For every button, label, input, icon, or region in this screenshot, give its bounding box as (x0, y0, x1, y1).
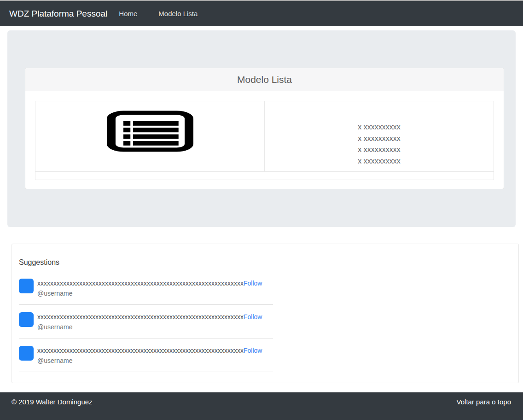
avatar (19, 346, 34, 361)
list-item: xxxxxxxxxxxxxxxxxxxxxxxxxxxxxxxxxxxxxxxx… (19, 338, 273, 372)
suggestions-column: Suggestions xxxxxxxxxxxxxxxxxxxxxxxxxxxx… (19, 258, 273, 372)
placeholder-line: x xxxxxxxxxx (265, 144, 494, 156)
list-ticket-icon (106, 146, 194, 153)
suggestion-body: xxxxxxxxxxxxxxxxxxxxxxxxxxxxxxxxxxxxxxxx… (37, 346, 262, 365)
copyright-text: © 2019 Walter Dominguez (12, 398, 93, 420)
suggestion-name: xxxxxxxxxxxxxxxxxxxxxxxxxxxxxxxxxxxxxxxx… (37, 280, 244, 287)
icon-cell (35, 101, 265, 172)
navbar-brand[interactable]: WDZ Plataforma Pessoal (9, 9, 107, 19)
placeholder-line: x xxxxxxxxxx (265, 156, 494, 167)
list-item: xxxxxxxxxxxxxxxxxxxxxxxxxxxxxxxxxxxxxxxx… (19, 271, 273, 305)
placeholder-line: x xxxxxxxxxx (265, 133, 494, 145)
follow-link[interactable]: Follow (244, 347, 262, 354)
suggestion-name: xxxxxxxxxxxxxxxxxxxxxxxxxxxxxxxxxxxxxxxx… (37, 313, 244, 321)
suggestion-username: @username (37, 356, 262, 365)
suggestion-username: @username (37, 289, 262, 298)
modelo-lista-card: Modelo Lista (25, 68, 504, 189)
suggestion-body: xxxxxxxxxxxxxxxxxxxxxxxxxxxxxxxxxxxxxxxx… (37, 312, 262, 332)
follow-link[interactable]: Follow (244, 313, 262, 321)
nav-item-home[interactable]: Home (108, 10, 148, 18)
footer: © 2019 Walter Dominguez Voltar para o to… (0, 392, 523, 420)
table-row: x xxxxxxxxxx x xxxxxxxxxx x xxxxxxxxxx x… (35, 101, 494, 172)
empty-cell (35, 172, 494, 180)
suggestion-name: xxxxxxxxxxxxxxxxxxxxxxxxxxxxxxxxxxxxxxxx… (37, 347, 244, 354)
list-item: xxxxxxxxxxxxxxxxxxxxxxxxxxxxxxxxxxxxxxxx… (19, 305, 273, 338)
avatar (19, 279, 34, 293)
placeholder-line: x xxxxxxxxxx (265, 122, 494, 133)
card-body: x xxxxxxxxxx x xxxxxxxxxx x xxxxxxxxxx x… (25, 91, 504, 180)
modelo-table: x xxxxxxxxxx x xxxxxxxxxx x xxxxxxxxxx x… (35, 101, 494, 180)
jumbotron: Modelo Lista (7, 30, 516, 227)
suggestions-card: Suggestions xxxxxxxxxxxxxxxxxxxxxxxxxxxx… (12, 244, 519, 383)
suggestion-username: @username (37, 323, 262, 332)
back-to-top-link[interactable]: Voltar para o topo (457, 398, 511, 420)
placeholder-text-cell: x xxxxxxxxxx x xxxxxxxxxx x xxxxxxxxxx x… (265, 101, 494, 172)
table-row-empty (35, 172, 494, 180)
suggestion-body: xxxxxxxxxxxxxxxxxxxxxxxxxxxxxxxxxxxxxxxx… (37, 279, 262, 298)
follow-link[interactable]: Follow (244, 280, 262, 287)
card-title: Modelo Lista (25, 68, 504, 91)
navbar: WDZ Plataforma Pessoal Home Modelo Lista (0, 1, 523, 26)
suggestions-heading: Suggestions (19, 258, 273, 267)
avatar (19, 312, 34, 327)
nav-item-modelo-lista[interactable]: Modelo Lista (148, 10, 208, 18)
